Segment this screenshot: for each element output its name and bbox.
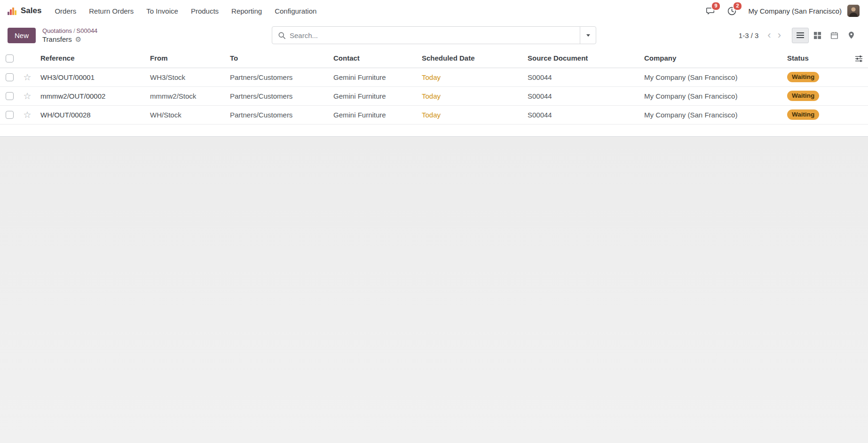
cell-contact[interactable]: Gemini Furniture: [329, 68, 417, 86]
row-checkbox[interactable]: [6, 111, 14, 119]
transfers-table: Reference From To Contact Scheduled Date…: [0, 49, 868, 124]
column-header-source-document[interactable]: Source Document: [523, 49, 639, 68]
messages-count-badge: 9: [711, 1, 720, 11]
page-title: Transfers: [42, 35, 72, 44]
cell-to[interactable]: Partners/Customers: [225, 105, 329, 124]
chevron-down-icon: [586, 34, 590, 37]
cell-scheduled-date[interactable]: Today: [417, 105, 523, 124]
user-avatar[interactable]: [847, 5, 860, 17]
cell-reference[interactable]: WH3/OUT/00001: [36, 68, 145, 86]
activities-button[interactable]: 2: [726, 5, 738, 17]
row-checkbox[interactable]: [6, 92, 14, 100]
breadcrumb-separator: /: [73, 27, 75, 34]
control-panel-left: New Quotations/S00044 Transfers ⚙: [8, 27, 97, 44]
navbar-left: Sales Orders Return Orders To Invoice Pr…: [7, 6, 329, 16]
messages-button[interactable]: 9: [704, 5, 717, 17]
new-button[interactable]: New: [8, 28, 36, 43]
cell-to[interactable]: Partners/Customers: [225, 68, 329, 86]
menu-to-invoice[interactable]: To Invoice: [146, 7, 178, 15]
menu-orders[interactable]: Orders: [55, 7, 76, 15]
star-column-header: [19, 49, 36, 68]
search-icon: [278, 31, 286, 39]
favorite-star-icon[interactable]: ☆: [23, 110, 31, 120]
cell-from[interactable]: mmmw2/Stock: [145, 86, 225, 105]
search-input[interactable]: [290, 27, 580, 44]
cell-from[interactable]: WH/Stock: [145, 105, 225, 124]
table-footer: [0, 124, 868, 137]
person-icon: [847, 5, 860, 17]
view-map-button[interactable]: [843, 28, 860, 43]
empty-background: [0, 137, 868, 443]
column-header-reference[interactable]: Reference: [36, 49, 145, 68]
calendar-view-icon: [830, 31, 838, 39]
view-list-button[interactable]: [792, 28, 809, 43]
table-row[interactable]: ☆ WH3/OUT/00001 WH3/Stock Partners/Custo…: [0, 68, 868, 86]
column-header-scheduled-date[interactable]: Scheduled Date: [417, 49, 523, 68]
top-navbar: Sales Orders Return Orders To Invoice Pr…: [0, 0, 868, 22]
cell-company[interactable]: My Company (San Francisco): [639, 68, 782, 86]
row-checkbox[interactable]: [6, 73, 14, 81]
cell-reference[interactable]: mmmw2/OUT/00002: [36, 86, 145, 105]
column-header-company[interactable]: Company: [639, 49, 782, 68]
cell-company[interactable]: My Company (San Francisco): [639, 105, 782, 124]
column-header-from[interactable]: From: [145, 49, 225, 68]
pager-previous-button[interactable]: ‹: [764, 29, 774, 41]
cell-source-document[interactable]: S00044: [523, 68, 639, 86]
select-all-checkbox[interactable]: [6, 54, 14, 62]
status-badge: Waiting: [787, 72, 819, 83]
actions-gear-icon[interactable]: ⚙: [75, 36, 81, 43]
table-row[interactable]: ☆ mmmw2/OUT/00002 mmmw2/Stock Partners/C…: [0, 86, 868, 105]
sliders-icon: [855, 55, 863, 62]
cell-contact[interactable]: Gemini Furniture: [329, 86, 417, 105]
kanban-view-icon: [813, 31, 821, 39]
cell-contact[interactable]: Gemini Furniture: [329, 105, 417, 124]
breadcrumb-top: Quotations/S00044: [42, 27, 97, 34]
cell-to[interactable]: Partners/Customers: [225, 86, 329, 105]
status-badge: Waiting: [787, 91, 819, 101]
cell-scheduled-date[interactable]: Today: [417, 86, 523, 105]
pager-next-button[interactable]: ›: [774, 29, 784, 41]
map-pin-icon: [848, 31, 855, 39]
app-name[interactable]: Sales: [21, 6, 41, 16]
column-header-to[interactable]: To: [225, 49, 329, 68]
company-switcher[interactable]: My Company (San Francisco): [749, 7, 842, 15]
breadcrumb-current: Transfers ⚙: [42, 35, 97, 44]
control-panel-right: 1-3 / 3 ‹ ›: [739, 28, 860, 43]
column-header-contact[interactable]: Contact: [329, 49, 417, 68]
page: Sales Orders Return Orders To Invoice Pr…: [0, 0, 868, 443]
breadcrumb-record-link[interactable]: S00044: [77, 27, 98, 34]
menu-configuration[interactable]: Configuration: [275, 7, 316, 15]
cell-reference[interactable]: WH/OUT/00028: [36, 105, 145, 124]
control-panel: New Quotations/S00044 Transfers ⚙: [0, 22, 868, 49]
view-calendar-button[interactable]: [826, 28, 843, 43]
search-bar: [272, 26, 596, 44]
cell-company[interactable]: My Company (San Francisco): [639, 86, 782, 105]
bar-chart-icon: [7, 6, 17, 16]
table-header-row: Reference From To Contact Scheduled Date…: [0, 49, 868, 68]
column-header-status[interactable]: Status: [782, 49, 849, 68]
view-kanban-button[interactable]: [809, 28, 826, 43]
menu-products[interactable]: Products: [191, 7, 219, 15]
view-switcher: [792, 28, 860, 43]
menu-return-orders[interactable]: Return Orders: [89, 7, 134, 15]
search-dropdown-toggle[interactable]: [580, 27, 596, 44]
list-view-icon: [796, 31, 805, 39]
pager-range: 1-3 / 3: [739, 31, 759, 39]
favorite-star-icon[interactable]: ☆: [23, 91, 31, 101]
status-badge: Waiting: [787, 109, 819, 120]
cell-source-document[interactable]: S00044: [523, 105, 639, 124]
breadcrumb: Quotations/S00044 Transfers ⚙: [42, 27, 97, 44]
activities-count-badge: 2: [733, 1, 742, 11]
table-row[interactable]: ☆ WH/OUT/00028 WH/Stock Partners/Custome…: [0, 105, 868, 124]
favorite-star-icon[interactable]: ☆: [23, 72, 31, 82]
cell-source-document[interactable]: S00044: [523, 86, 639, 105]
breadcrumb-quotations-link[interactable]: Quotations: [42, 27, 72, 34]
cell-scheduled-date[interactable]: Today: [417, 68, 523, 86]
cell-from[interactable]: WH3/Stock: [145, 68, 225, 86]
sales-app-icon[interactable]: [7, 6, 17, 16]
navbar-right: 9 2 My Company (San Francisco): [695, 5, 860, 17]
transfers-list: Reference From To Contact Scheduled Date…: [0, 49, 868, 137]
optional-columns-button[interactable]: [855, 55, 863, 62]
menu-reporting[interactable]: Reporting: [231, 7, 262, 15]
